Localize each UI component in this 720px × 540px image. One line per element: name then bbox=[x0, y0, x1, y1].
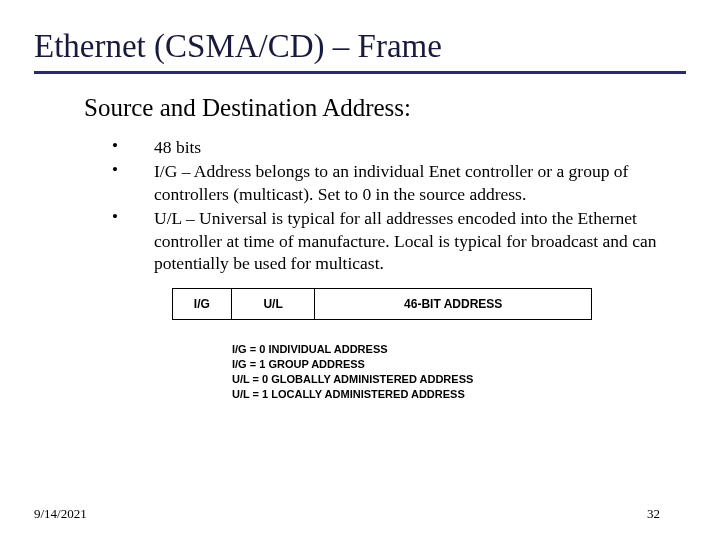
bullet-text: U/L – Universal is typical for all addre… bbox=[154, 207, 666, 274]
field-46bit-address: 46-BIT ADDRESS bbox=[315, 289, 592, 320]
bullet-dot-icon: • bbox=[112, 136, 154, 158]
footer-date: 9/14/2021 bbox=[34, 506, 87, 522]
bullet-text: I/G – Address belongs to an individual E… bbox=[154, 160, 666, 205]
bullet-text: 48 bits bbox=[154, 136, 201, 158]
slide: Ethernet (CSMA/CD) – Frame Source and De… bbox=[0, 0, 720, 402]
legend-line: I/G = 1 GROUP ADDRESS bbox=[232, 357, 592, 372]
bullet-item: • I/G – Address belongs to an individual… bbox=[112, 160, 666, 205]
address-diagram: I/G U/L 46-BIT ADDRESS I/G = 0 INDIVIDUA… bbox=[172, 288, 592, 401]
address-fields-table: I/G U/L 46-BIT ADDRESS bbox=[172, 288, 592, 320]
bullet-list: • 48 bits • I/G – Address belongs to an … bbox=[112, 136, 666, 274]
bullet-dot-icon: • bbox=[112, 160, 154, 205]
field-ul: U/L bbox=[231, 289, 315, 320]
title-underline bbox=[34, 71, 686, 74]
diagram-legend: I/G = 0 INDIVIDUAL ADDRESS I/G = 1 GROUP… bbox=[232, 342, 592, 401]
bullet-item: • 48 bits bbox=[112, 136, 666, 158]
bullet-item: • U/L – Universal is typical for all add… bbox=[112, 207, 666, 274]
bullet-dot-icon: • bbox=[112, 207, 154, 274]
footer-page-number: 32 bbox=[647, 506, 660, 522]
field-ig: I/G bbox=[173, 289, 232, 320]
legend-line: U/L = 0 GLOBALLY ADMINISTERED ADDRESS bbox=[232, 372, 592, 387]
legend-line: U/L = 1 LOCALLY ADMINISTERED ADDRESS bbox=[232, 387, 592, 402]
slide-subtitle: Source and Destination Address: bbox=[84, 94, 686, 122]
legend-line: I/G = 0 INDIVIDUAL ADDRESS bbox=[232, 342, 592, 357]
slide-title: Ethernet (CSMA/CD) – Frame bbox=[34, 28, 686, 65]
